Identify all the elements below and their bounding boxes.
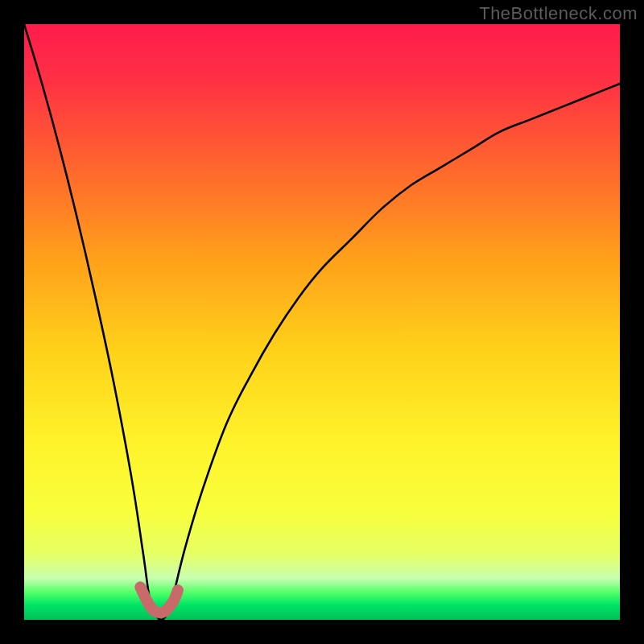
chart-frame: TheBottleneck.com xyxy=(0,0,644,644)
gradient-background xyxy=(24,24,620,620)
watermark-text: TheBottleneck.com xyxy=(479,3,638,24)
chart-svg xyxy=(24,24,620,620)
plot-area xyxy=(24,24,620,620)
